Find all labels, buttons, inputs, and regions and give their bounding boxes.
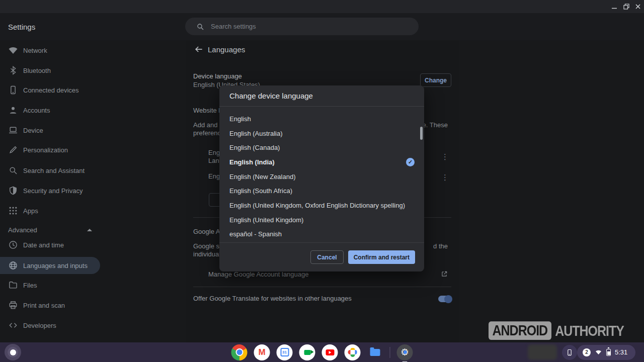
shield-icon: [8, 186, 18, 196]
language-option[interactable]: English: [219, 112, 424, 126]
globe-icon: [8, 260, 18, 270]
shelf-separator: [390, 347, 390, 358]
chrome-icon[interactable]: [231, 344, 248, 360]
restore-icon[interactable]: [623, 3, 630, 10]
website-languages-desc-right: le. These: [421, 121, 448, 129]
photos-icon[interactable]: [345, 344, 361, 360]
wifi-status-icon: [595, 349, 602, 355]
language-option[interactable]: English (United Kingdom): [219, 213, 424, 227]
phone-hub-icon[interactable]: [562, 345, 577, 360]
notification-count-badge: 2: [583, 348, 591, 356]
laptop-icon: [8, 125, 18, 135]
gmail-icon[interactable]: M: [254, 344, 270, 360]
sidebar-item-network[interactable]: Network: [0, 41, 121, 59]
language-option[interactable]: English (Australia): [219, 126, 424, 141]
language-row-1-sub: Lan: [208, 157, 219, 164]
language-option[interactable]: English (Canada): [219, 140, 424, 155]
dialog-footer: Cancel Confirm and restart: [219, 242, 424, 272]
language-option[interactable]: English (South Africa): [219, 184, 424, 198]
more-menu-icon[interactable]: ⋮: [441, 173, 449, 182]
sidebar-item-security-privacy[interactable]: Security and Privacy: [0, 182, 121, 200]
shelf-apps: M 31 ⚙: [231, 344, 413, 360]
more-menu-icon[interactable]: ⋮: [441, 152, 449, 161]
settings-icon[interactable]: ⚙: [397, 344, 413, 360]
window-title-bar: [0, 0, 644, 13]
chromeos-settings-screen: Settings Network Bluetooth Connected dev…: [0, 0, 644, 362]
manage-google-account-link[interactable]: Manage Google Account language: [208, 270, 309, 278]
cancel-button[interactable]: Cancel: [310, 250, 343, 264]
external-link-icon[interactable]: [441, 270, 448, 280]
section-divider: [193, 287, 451, 287]
language-option[interactable]: español - Spanish: [219, 227, 424, 242]
search-input[interactable]: [211, 23, 377, 30]
sidebar-item-accounts[interactable]: Accounts: [0, 101, 121, 119]
app-title: Settings: [8, 13, 35, 40]
language-option-selected[interactable]: English (India) ✓: [219, 155, 424, 169]
language-option[interactable]: English (United Kingdom, Oxford English …: [219, 198, 424, 213]
search-icon: [196, 23, 204, 31]
sidebar-item-device[interactable]: Device: [0, 121, 121, 139]
person-icon: [8, 105, 18, 115]
calendar-icon[interactable]: 31: [277, 344, 293, 360]
device-language-label: Device language: [193, 72, 242, 80]
clock-icon: [8, 240, 18, 250]
dialog-scrollbar[interactable]: [420, 127, 423, 140]
search-icon: [8, 165, 18, 175]
phone-icon: [8, 85, 18, 95]
apps-grid-icon: [8, 206, 18, 216]
clock: 5:31: [615, 348, 627, 356]
minimize-icon[interactable]: [611, 3, 618, 10]
android-authority-watermark: ANDROID AUTHORITY: [489, 321, 624, 340]
sidebar-item-print-scan[interactable]: Print and scan: [0, 296, 121, 314]
blurred-notification: [528, 344, 557, 360]
folder-icon: [8, 280, 18, 290]
language-option-list: English English (Australia) English (Can…: [219, 112, 424, 241]
change-device-language-dialog: Change device language English English (…: [219, 85, 424, 272]
status-tray[interactable]: 2 5:31: [577, 345, 635, 360]
selected-check-icon: ✓: [406, 158, 415, 166]
change-button[interactable]: Change: [420, 73, 451, 87]
close-icon[interactable]: [634, 3, 641, 10]
wifi-icon: [8, 45, 18, 55]
launcher-button[interactable]: [5, 344, 21, 360]
sidebar-item-bluetooth[interactable]: Bluetooth: [0, 61, 121, 79]
brush-icon: [8, 145, 18, 155]
sidebar-item-personalization[interactable]: Personalization: [0, 141, 121, 159]
youtube-icon[interactable]: [322, 344, 338, 360]
back-arrow-icon[interactable]: [194, 44, 204, 54]
google-account-desc-right: d the: [433, 242, 448, 250]
code-icon: [8, 320, 18, 330]
sidebar-item-date-time[interactable]: Date and time: [0, 236, 121, 254]
sidebar-item-search-assistant[interactable]: Search and Assistant: [0, 161, 121, 179]
printer-icon: [8, 300, 18, 310]
files-icon[interactable]: [367, 344, 383, 360]
language-option[interactable]: English (New Zealand): [219, 169, 424, 184]
search-bar[interactable]: [185, 18, 419, 35]
translate-toggle[interactable]: [438, 296, 451, 302]
chevron-up-icon: [87, 229, 92, 231]
sidebar-item-developers[interactable]: Developers: [0, 316, 121, 334]
battery-icon: [606, 349, 611, 356]
confirm-and-restart-button[interactable]: Confirm and restart: [348, 250, 415, 264]
bluetooth-icon: [8, 65, 18, 75]
sidebar-item-languages-inputs[interactable]: Languages and inputs: [0, 257, 100, 274]
page-title: Languages: [208, 45, 245, 54]
sidebar-item-connected-devices[interactable]: Connected devices: [0, 81, 121, 99]
settings-header: Settings: [0, 13, 644, 40]
sidebar-item-apps[interactable]: Apps: [0, 202, 121, 220]
sidebar-item-files[interactable]: Files: [0, 276, 121, 294]
translate-toggle-label: Offer Google Translate for websites in o…: [193, 295, 352, 302]
dialog-title: Change device language: [219, 85, 424, 107]
shelf: M 31 ⚙ 2 5:31: [0, 342, 644, 362]
meet-icon[interactable]: [299, 344, 315, 360]
